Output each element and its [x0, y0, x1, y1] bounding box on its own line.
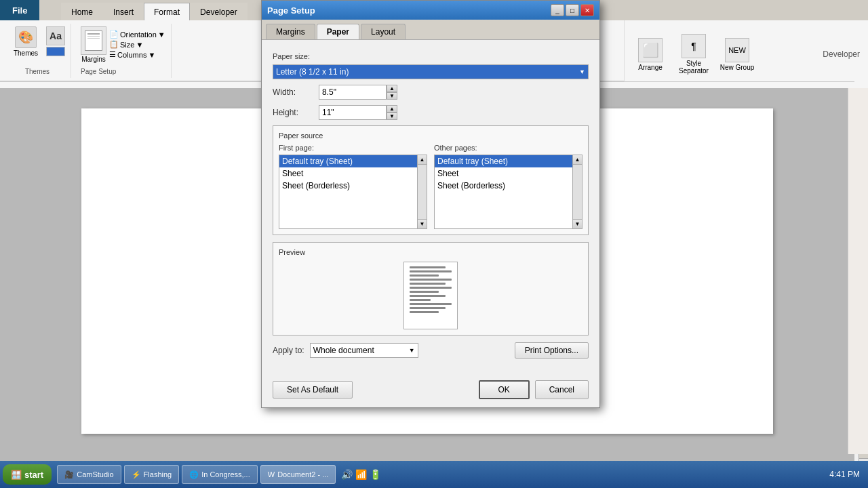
- taskbar-clock: 4:41 PM: [829, 470, 865, 479]
- preview-section: Preview: [273, 242, 589, 336]
- other-pages-scrollbar[interactable]: ▲ ▼: [572, 155, 582, 228]
- source-columns: First page: Default tray (Sheet) Sheet S…: [279, 144, 583, 229]
- footer-left: Set As Default: [273, 381, 353, 399]
- other-pages-scroll-down[interactable]: ▼: [573, 219, 582, 228]
- first-page-item-2[interactable]: Sheet (Borderless): [279, 180, 427, 192]
- first-page-scroll-track: [418, 165, 427, 219]
- document2-icon: W: [268, 470, 275, 479]
- other-pages-listbox[interactable]: Default tray (Sheet) Sheet Sheet (Border…: [434, 155, 583, 229]
- dialog-overlay: Page Setup _ □ ✕ Margins Paper Layout Pa…: [0, 0, 868, 488]
- apply-to-row: Apply to: Whole document ▼ Print Options…: [273, 342, 589, 359]
- height-row: Height: 11" ▲ ▼: [273, 105, 589, 120]
- first-page-label: First page:: [279, 144, 427, 152]
- preview-line-9: [410, 299, 431, 301]
- first-page-item-0[interactable]: Default tray (Sheet): [279, 155, 427, 167]
- preview-document: [403, 262, 458, 329]
- width-spinner-arrows: ▲ ▼: [387, 85, 397, 100]
- first-page-scroll-up[interactable]: ▲: [418, 155, 427, 165]
- flashing-label: Flashing: [144, 470, 172, 479]
- dialog-minimize-button[interactable]: _: [551, 4, 564, 16]
- camstudio-label: CamStudio: [77, 470, 113, 479]
- start-icon: 🪟: [11, 470, 22, 480]
- preview-line-10: [410, 303, 452, 305]
- paper-size-value: Letter (8 1/2 x 11 in): [276, 67, 349, 77]
- other-pages-item-1[interactable]: Sheet: [435, 167, 582, 180]
- preview-line-7: [410, 291, 439, 293]
- taskbar-item-incongress[interactable]: 🌐 In Congress,...: [182, 465, 258, 484]
- taskbar-item-flashing[interactable]: ⚡ Flashing: [124, 465, 180, 484]
- apply-to-arrow: ▼: [409, 347, 415, 354]
- incongress-label: In Congress,...: [201, 470, 250, 479]
- paper-size-select[interactable]: Letter (8 1/2 x 11 in) ▼: [273, 64, 589, 79]
- apply-to-select[interactable]: Whole document ▼: [310, 343, 418, 358]
- paper-size-row: Letter (8 1/2 x 11 in) ▼: [273, 64, 589, 79]
- width-row: Width: 8.5" ▲ ▼: [273, 85, 589, 100]
- dialog-maximize-button[interactable]: □: [566, 4, 579, 16]
- paper-size-dropdown-arrow: ▼: [579, 68, 585, 75]
- width-increment[interactable]: ▲: [387, 85, 397, 92]
- taskbar-system-icons: 🔊 📶 🔋: [336, 469, 387, 480]
- footer-right: OK Cancel: [479, 380, 589, 399]
- first-page-item-1[interactable]: Sheet: [279, 167, 427, 180]
- height-spinner-arrows: ▲ ▼: [387, 105, 397, 120]
- height-decrement[interactable]: ▼: [387, 113, 397, 120]
- preview-title: Preview: [279, 248, 583, 256]
- preview-line-5: [410, 283, 446, 285]
- camstudio-icon: 🎥: [64, 470, 74, 479]
- taskbar-item-camstudio[interactable]: 🎥 CamStudio: [57, 465, 121, 484]
- height-spinner[interactable]: 11": [319, 105, 387, 120]
- height-value: 11": [322, 108, 334, 117]
- other-pages-scroll-up[interactable]: ▲: [573, 155, 582, 165]
- sys-icon-2: 📶: [355, 469, 367, 480]
- preview-line-12: [410, 311, 439, 313]
- tab-margins[interactable]: Margins: [266, 24, 315, 39]
- dialog-title: Page Setup: [267, 5, 315, 16]
- tab-layout[interactable]: Layout: [361, 24, 406, 39]
- dialog-tabs: Margins Paper Layout: [262, 20, 599, 40]
- start-label: start: [24, 470, 43, 480]
- ok-button[interactable]: OK: [479, 380, 530, 399]
- apply-to-value: Whole document: [313, 346, 374, 355]
- tab-paper[interactable]: Paper: [317, 24, 359, 39]
- preview-line-3: [410, 274, 439, 277]
- width-decrement[interactable]: ▼: [387, 92, 397, 100]
- height-label: Height:: [273, 108, 313, 117]
- width-value: 8.5": [322, 87, 336, 97]
- preview-line-2: [410, 270, 452, 272]
- print-options-button[interactable]: Print Options...: [515, 342, 589, 359]
- first-page-scroll-down[interactable]: ▼: [418, 219, 427, 228]
- page-setup-dialog: Page Setup _ □ ✕ Margins Paper Layout Pa…: [261, 0, 600, 408]
- dialog-window-controls: _ □ ✕: [551, 4, 594, 16]
- paper-size-section-label: Paper size:: [273, 52, 589, 60]
- preview-line-1: [410, 266, 446, 268]
- preview-line-8: [410, 295, 446, 297]
- other-pages-item-0[interactable]: Default tray (Sheet): [435, 155, 582, 167]
- dialog-footer: Set As Default OK Cancel: [262, 375, 599, 407]
- sys-icon-1: 🔊: [341, 469, 353, 480]
- start-button[interactable]: 🪟 start: [3, 464, 52, 485]
- incongress-icon: 🌐: [189, 470, 199, 479]
- dialog-close-button[interactable]: ✕: [580, 4, 594, 16]
- width-label: Width:: [273, 87, 313, 97]
- other-pages-label: Other pages:: [434, 144, 583, 152]
- document2-label: Document2 - ...: [277, 470, 328, 479]
- cancel-button[interactable]: Cancel: [535, 380, 589, 399]
- preview-line-11: [410, 307, 446, 309]
- preview-line-4: [410, 279, 452, 281]
- taskbar-items: 🎥 CamStudio ⚡ Flashing 🌐 In Congress,...…: [57, 465, 336, 484]
- apply-to-label: Apply to:: [273, 346, 304, 355]
- set-as-default-button[interactable]: Set As Default: [273, 381, 353, 399]
- other-pages-scroll-track: [573, 165, 582, 219]
- height-increment[interactable]: ▲: [387, 105, 397, 113]
- flashing-icon: ⚡: [132, 470, 141, 479]
- sys-icon-3: 🔋: [370, 469, 381, 480]
- width-spinner[interactable]: 8.5": [319, 85, 387, 100]
- paper-source-section: Paper source First page: Default tray (S…: [273, 125, 589, 235]
- taskbar-item-document2[interactable]: W Document2 - ...: [260, 465, 336, 484]
- preview-line-6: [410, 287, 452, 289]
- dialog-body: Paper size: Letter (8 1/2 x 11 in) ▼ Wid…: [262, 40, 599, 375]
- first-page-scrollbar[interactable]: ▲ ▼: [417, 155, 427, 228]
- other-pages-item-2[interactable]: Sheet (Borderless): [435, 180, 582, 192]
- paper-source-title: Paper source: [279, 131, 583, 140]
- first-page-listbox[interactable]: Default tray (Sheet) Sheet Sheet (Border…: [279, 155, 427, 229]
